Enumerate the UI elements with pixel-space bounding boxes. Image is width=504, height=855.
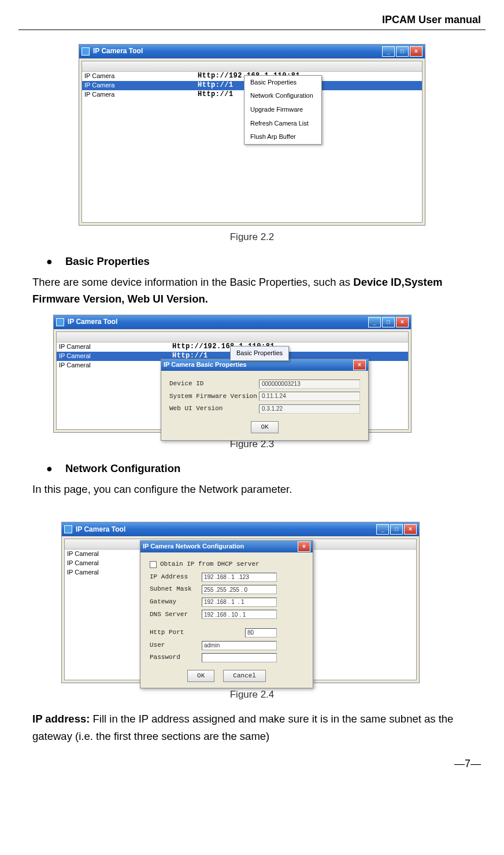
camera-name: IP Cameral xyxy=(57,351,172,362)
list-header xyxy=(57,332,408,342)
page-content: IP Camera Tool _ □ × IP Camera Http://19… xyxy=(18,44,486,745)
fig24-title: IP Camera Tool xyxy=(76,524,125,535)
header-rule xyxy=(18,30,486,30)
fig23-window: IP Camera Tool _ □ × IP Cameral Http://1… xyxy=(53,315,412,433)
label-ip-address: IP address: xyxy=(32,713,90,725)
dialog-buttons: OK xyxy=(169,418,360,435)
value-webui: 0.3.1.22 xyxy=(259,404,360,414)
dialog-row: Gateway xyxy=(150,597,303,607)
header-title: IPCAM User manual xyxy=(18,12,486,28)
dialog-body: Device ID 000000003213 System Firmware V… xyxy=(161,371,368,440)
text-ip-desc: Fill in the IP address assigned and make… xyxy=(32,713,453,742)
label-password: Password xyxy=(150,653,202,663)
input-ip[interactable] xyxy=(202,573,277,582)
text-basic-prefix: There are some device information in the… xyxy=(32,276,353,288)
paragraph-basic: There are some device information in the… xyxy=(32,274,472,308)
label-gateway: Gateway xyxy=(150,597,202,607)
dialog-close-button[interactable]: × xyxy=(353,360,366,370)
tooltip-basic: Basic Properties xyxy=(230,346,289,361)
ok-button[interactable]: OK xyxy=(187,670,214,683)
dialog-row: System Firmware Version 0.11.1.24 xyxy=(169,392,360,402)
label-dns: DNS Server xyxy=(150,610,202,620)
label-firmware: System Firmware Version xyxy=(169,392,259,402)
context-menu: Basic Properties Network Configuration U… xyxy=(244,75,322,145)
fig23-titlebar: IP Camera Tool _ □ × xyxy=(54,315,411,329)
dhcp-row: Obtain IP from DHCP server xyxy=(150,559,303,570)
close-button[interactable]: × xyxy=(396,317,409,327)
fig22-list: IP Camera Http://192.168.1.110:81 IP Cam… xyxy=(81,61,423,223)
app-icon xyxy=(81,47,90,56)
dialog-title: IP Camera Basic Properties xyxy=(164,360,246,370)
label-device-id: Device ID xyxy=(169,379,259,389)
cancel-button[interactable]: Cancel xyxy=(223,670,266,683)
close-button[interactable]: × xyxy=(410,46,423,57)
dialog-row: Password xyxy=(150,653,303,663)
bullet-icon: ● xyxy=(46,460,53,477)
fig23-title: IP Camera Tool xyxy=(68,316,117,327)
bullet-icon: ● xyxy=(46,253,53,270)
menu-network-config[interactable]: Network Configuration xyxy=(244,89,321,103)
bullet-network-config: ● Network Configuration xyxy=(46,460,472,477)
page-header: IPCAM User manual xyxy=(18,12,486,30)
fig22-titlebar: IP Camera Tool _ □ × xyxy=(79,45,425,58)
input-dns[interactable] xyxy=(202,610,277,619)
maximize-button[interactable]: □ xyxy=(396,46,409,57)
maximize-button[interactable]: □ xyxy=(390,524,403,535)
value-firmware: 0.11.1.24 xyxy=(259,392,360,401)
value-device-id: 000000003213 xyxy=(259,379,360,389)
input-httpport[interactable] xyxy=(245,628,277,637)
input-password[interactable] xyxy=(202,653,277,662)
maximize-button[interactable]: □ xyxy=(382,317,395,327)
tooltip-label: Basic Properties xyxy=(231,347,288,360)
label-subnet: Subnet Mask xyxy=(150,584,202,595)
dialog-buttons: OK Cancel xyxy=(150,666,303,684)
list-header xyxy=(82,61,422,72)
fig24-window: IP Camera Tool _ □ × IP Cameral IP Camer… xyxy=(61,522,420,683)
dialog-row: Device ID 000000003213 xyxy=(169,379,360,389)
minimize-button[interactable]: _ xyxy=(368,317,381,327)
dialog-title: IP Camera Network Configuration xyxy=(143,541,244,552)
minimize-button[interactable]: _ xyxy=(376,524,389,535)
dialog-close-button[interactable]: × xyxy=(298,541,310,552)
dialog-body: Obtain IP from DHCP server IP Address Su… xyxy=(140,552,313,688)
fig22-window: IP Camera Tool _ □ × IP Camera Http://19… xyxy=(79,44,425,226)
input-gateway[interactable] xyxy=(202,598,277,607)
app-icon xyxy=(56,318,64,326)
basic-properties-dialog: IP Camera Basic Properties × Device ID 0… xyxy=(161,359,369,441)
dialog-titlebar: IP Camera Basic Properties × xyxy=(161,359,368,371)
network-config-dialog: IP Camera Network Configuration × Obtain… xyxy=(140,540,313,688)
camera-name: IP Camera xyxy=(82,80,198,91)
paragraph-net: In this page, you can configure the Netw… xyxy=(32,481,472,498)
section-heading: Network Configuration xyxy=(65,460,180,477)
minimize-button[interactable]: _ xyxy=(382,46,395,57)
input-user[interactable] xyxy=(202,641,277,650)
dialog-titlebar: IP Camera Network Configuration × xyxy=(140,541,313,552)
label-ip: IP Address xyxy=(150,572,202,583)
fig22-caption: Figure 2.2 xyxy=(32,229,472,245)
camera-name: IP Camera xyxy=(82,90,198,100)
menu-refresh-list[interactable]: Refresh Camera List xyxy=(244,117,321,131)
fig22-title: IP Camera Tool xyxy=(93,46,143,57)
dialog-row: DNS Server xyxy=(150,610,303,620)
camera-name: IP Cameral xyxy=(57,360,172,371)
dialog-row: Subnet Mask xyxy=(150,584,303,595)
fig24-list: IP Cameral IP Cameral IP Cameral IP Came… xyxy=(64,539,417,680)
input-subnet[interactable] xyxy=(202,585,277,594)
paragraph-ip: IP address: Fill in the IP address assig… xyxy=(32,710,472,745)
dialog-row: Web UI Version 0.3.1.22 xyxy=(169,404,360,414)
page-footer: —7— xyxy=(18,756,486,772)
close-button[interactable]: × xyxy=(404,524,417,535)
dhcp-label: Obtain IP from DHCP server xyxy=(160,559,260,570)
section-heading: Basic Properties xyxy=(65,253,150,270)
menu-upgrade-firmware[interactable]: Upgrade Firmware xyxy=(244,103,321,117)
dhcp-checkbox[interactable] xyxy=(150,561,157,568)
bullet-basic-properties: ● Basic Properties xyxy=(46,253,472,270)
dialog-row: IP Address xyxy=(150,572,303,583)
menu-basic-properties[interactable]: Basic Properties xyxy=(244,76,321,90)
camera-name: IP Cameral xyxy=(57,342,172,352)
label-webui: Web UI Version xyxy=(169,404,259,414)
ok-button[interactable]: OK xyxy=(251,421,278,434)
menu-flush-arp[interactable]: Flush Arp Buffer xyxy=(244,130,321,144)
camera-name: IP Camera xyxy=(82,71,198,82)
fig24-titlebar: IP Camera Tool _ □ × xyxy=(62,522,419,536)
